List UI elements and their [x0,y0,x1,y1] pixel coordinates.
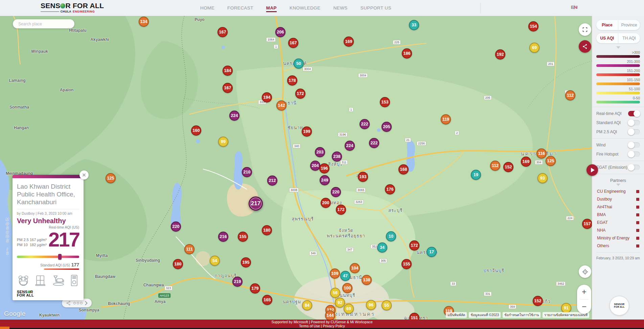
aqi-marker[interactable]: 151 [409,313,419,320]
aqi-marker[interactable]: 55 [382,300,392,310]
aqi-marker[interactable]: 169 [521,157,531,167]
aqi-marker[interactable]: 203 [315,147,325,157]
nav-item-forecast[interactable]: FORECAST [227,4,253,12]
partner-checkbox[interactable] [636,237,639,240]
aqi-marker[interactable]: 152 [533,296,543,306]
zoom-in-button[interactable]: + [577,285,591,299]
aqi-marker[interactable]: 154 [528,21,538,31]
aqi-marker[interactable]: 180 [173,259,183,269]
aqi-marker[interactable]: 224 [345,141,355,151]
aqi-marker[interactable]: 210 [242,167,252,177]
partner-checkbox[interactable] [636,244,639,248]
fullscreen-button[interactable] [579,23,591,36]
aqi-marker[interactable]: 138 [362,275,372,285]
partner-checkbox[interactable] [636,229,639,232]
aqi-marker[interactable]: 204 [310,161,320,171]
partner-row-egat[interactable]: EGAT [597,220,639,225]
zoom-out-button[interactable]: − [577,300,591,314]
aqi-marker[interactable]: 220 [171,221,181,232]
aqi-marker[interactable]: 119 [441,114,451,124]
aqi-marker[interactable]: 152 [503,162,513,172]
aqi-marker[interactable]: 180 [262,225,272,235]
aqi-marker[interactable]: 10 [386,231,396,241]
share-button[interactable] [579,40,591,53]
footer-credits[interactable]: Supported by Microsoft | Powered by CUSe… [272,320,373,324]
aqi-marker[interactable]: 168 [398,164,409,174]
search-input[interactable] [18,21,71,27]
aqi-marker[interactable]: 92 [335,298,345,308]
aqi-marker[interactable]: 212 [267,175,277,186]
aqi-marker[interactable]: 155 [238,232,248,242]
partner-checkbox[interactable] [636,206,639,209]
aqi-marker[interactable]: 195 [241,257,251,267]
partner-checkbox[interactable] [636,213,639,216]
partner-row-others[interactable]: Others [597,243,639,248]
aqi-marker[interactable]: 155 [401,259,412,269]
partner-row-ministry-of-energy[interactable]: Ministry of Energy [597,236,639,240]
aqi-marker[interactable]: 172 [336,205,346,215]
aqi-marker[interactable]: 220 [331,187,341,197]
map-attribution-link[interactable]: แป้นพิมพ์ลัด [446,312,467,318]
aqi-marker[interactable]: 19 [471,170,481,180]
aqi-marker[interactable]: 167 [217,27,228,37]
aqi-marker[interactable]: 93 [537,173,548,183]
aqi-marker[interactable]: 192 [495,49,505,60]
aqi-marker[interactable]: 186 [402,48,412,58]
aqi-marker[interactable]: 112 [565,90,575,100]
aqi-marker[interactable]: 167 [288,38,298,48]
aqi-marker[interactable]: 56 [330,288,340,298]
aqi-marker[interactable]: 104 [350,263,360,273]
search-box[interactable] [13,19,74,28]
partner-row-nha[interactable]: NHA [597,228,639,233]
language-toggle[interactable]: TH/EN [572,5,577,10]
aqi-marker[interactable]: 134 [139,17,149,27]
aqi-marker[interactable]: 34 [377,242,387,253]
aqi-marker[interactable]: 179 [250,283,260,293]
chevron-right-icon[interactable] [85,301,88,305]
aqi-marker[interactable]: 142 [276,100,286,111]
aqi-marker[interactable]: 17 [427,247,437,257]
aqi-marker[interactable]: 222 [360,119,370,129]
aqi-marker[interactable]: 176 [385,184,395,194]
aqi-marker[interactable]: 216 [218,232,228,242]
aqi-marker[interactable]: 222 [369,138,379,148]
aqi-marker[interactable]: 249 [320,175,330,185]
nav-item-knowledge[interactable]: KNOWLEDGE [290,4,320,12]
aqi-marker[interactable]: 205 [382,122,392,132]
partner-checkbox[interactable] [636,221,639,224]
toggle-egat-emission[interactable] [628,165,640,170]
mode-province[interactable]: Province [618,20,640,30]
partner-row-bma[interactable]: BMA [597,212,639,217]
aqi-marker[interactable]: 47 [340,271,350,281]
nav-item-home[interactable]: HOME [200,4,214,12]
nav-item-map[interactable]: MAP [266,4,277,12]
partner-checkbox[interactable] [636,190,639,193]
aqi-marker[interactable]: 69 [529,43,539,53]
toggle-real-time-aqi[interactable] [628,111,640,116]
aqi-marker[interactable]: 54 [210,256,220,266]
share-icon[interactable] [66,301,71,306]
toggle-standard-aqi[interactable] [628,120,640,125]
aqi-marker[interactable]: 224 [229,111,239,121]
brand-logo[interactable]: SENSR FOR ALL CHULA ENGINEERING [41,2,95,13]
aqi-marker[interactable]: 172 [295,89,305,99]
aqi-marker[interactable]: 199 [302,126,312,137]
locate-button[interactable] [579,265,591,278]
aqi-marker[interactable]: 50 [294,58,304,69]
toggle-wind[interactable] [628,142,640,148]
google-logo[interactable]: Google [4,310,26,318]
aqi-marker[interactable]: 144 [325,310,335,320]
nav-item-news[interactable]: NEWS [333,4,347,12]
aqi-marker[interactable]: 111 [184,244,194,254]
aqi-marker[interactable]: 193 [358,172,368,182]
aqi-marker[interactable]: 109 [330,268,340,279]
aqi-marker[interactable]: 172 [409,240,419,251]
map-viewport[interactable]: นครสวรรค์อุทัยธานีชัยนาทสิงห์บุรีลพบุรีอ… [0,16,592,320]
aqi-marker[interactable]: 125 [106,173,116,183]
partner-checkbox[interactable] [636,198,639,201]
footer-links[interactable]: Terms of Use | Privacy Policy [299,324,345,328]
aqi-marker[interactable]: 84 [302,300,312,310]
aqi-marker[interactable]: 184 [223,66,233,76]
card-close-button[interactable] [79,170,89,180]
aqi-marker[interactable]: 194 [262,92,272,102]
